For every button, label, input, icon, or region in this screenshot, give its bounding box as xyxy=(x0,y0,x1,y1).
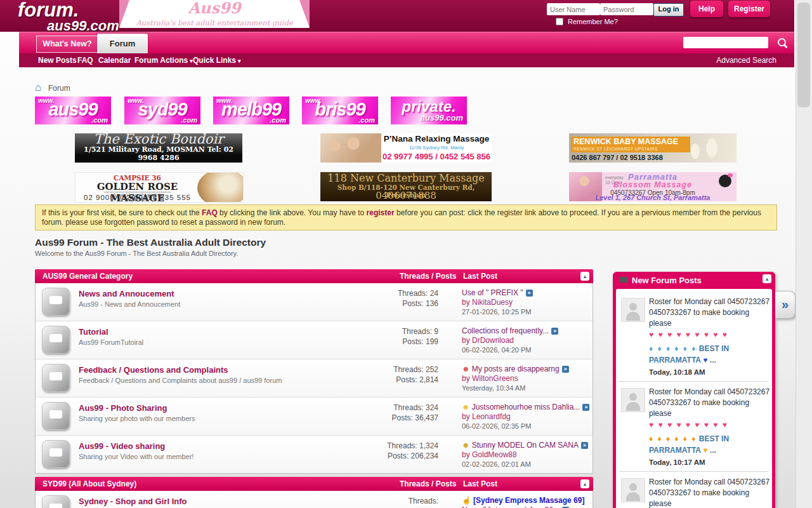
faq-link[interactable]: FAQ xyxy=(202,208,218,217)
forum-title-link[interactable]: Tutorial xyxy=(79,327,108,337)
hearts-emoji-row: ♥ ♥ ♥ ♥ ♥ ♥ ♥ ♥ ♥ xyxy=(649,330,728,339)
last-post-title-link[interactable]: Justsomehourhoe miss Dahlia... xyxy=(472,403,580,411)
search-button[interactable] xyxy=(771,34,793,51)
ad-photo xyxy=(320,133,381,163)
goto-last-post-icon[interactable]: » xyxy=(551,328,558,335)
last-post-title-link[interactable]: My posts are disappearng xyxy=(472,364,560,373)
thumbs-up-icon: ☝ xyxy=(462,496,471,505)
category-header[interactable]: SYD99 (All About Sydney) Threads / Posts… xyxy=(35,477,593,491)
username-field[interactable] xyxy=(547,3,600,15)
ad-exotic-boudoir[interactable]: The Exotic Boudoir 1/521 Military Road, … xyxy=(75,133,242,163)
last-post: ☻My posts are disappearng» by WiltonGree… xyxy=(462,364,590,393)
post-time: Today, 10:18 AM xyxy=(649,368,768,376)
last-post-title-link[interactable]: Use of " PREFIX " xyxy=(462,288,523,297)
speech-bubble-icon xyxy=(49,504,62,508)
banner-bris99[interactable]: www. bris99 .com xyxy=(302,97,378,124)
home-icon[interactable]: ⌂ xyxy=(35,81,41,94)
forum-icon xyxy=(42,495,70,508)
avatar[interactable] xyxy=(621,298,645,322)
speech-bubble-icon xyxy=(619,277,628,283)
nav-forum-actions[interactable]: Forum Actions▾ xyxy=(134,53,193,67)
collapse-icon[interactable]: ▴ xyxy=(580,272,589,281)
goto-last-post-icon[interactable]: » xyxy=(526,290,533,297)
breadcrumb[interactable]: Forum xyxy=(48,84,70,93)
nav-calendar[interactable]: Calendar xyxy=(98,53,131,67)
ad-title: 118 New Canterbury Massage xyxy=(320,172,492,184)
last-post-title-link[interactable]: Stunny MODEL On CAM SANA xyxy=(472,441,579,450)
ad-pnana-massage[interactable]: P’Nana Relaxing Massage 11/36 Sydney Rd.… xyxy=(320,133,492,163)
nav-bar: New Posts FAQ Calendar Forum Actions▾ Qu… xyxy=(19,53,794,67)
tile-sub: aus99.com xyxy=(421,113,463,123)
sidebar-expand-button[interactable]: » xyxy=(775,291,796,319)
nav-quick-links[interactable]: Quick Links▾ xyxy=(193,53,241,67)
ad-golden-rose-massage[interactable]: CAMPSIE 36 GOLDEN ROSE MASSAGE 36 NORTH … xyxy=(75,172,244,203)
last-post-author-link[interactable]: by NikitaDuesy xyxy=(462,298,590,307)
ad-address: RENWICK ST LEICHHARDT UPSTAIRS xyxy=(573,147,658,151)
last-post-title-link[interactable]: Nana (Vietnamese) Aug 26... xyxy=(462,505,560,508)
last-post-author-link[interactable]: by GoldMeow88 xyxy=(462,450,590,460)
scrollbar-thumb[interactable] xyxy=(797,3,810,107)
last-post-author-link[interactable]: by Leonardfdg xyxy=(462,412,590,422)
ad-address: 11/36 Sydney Rd. Manly xyxy=(381,145,492,150)
banner-private-aus99[interactable]: private. aus99.com xyxy=(391,97,467,124)
forum-title-link[interactable]: Sydney - Shop and Girl Info xyxy=(79,497,187,506)
forum-title-link[interactable]: News and Annoucement xyxy=(79,289,174,298)
avatar[interactable] xyxy=(621,388,645,412)
help-button[interactable]: Help xyxy=(690,1,723,17)
smiley-icon: ☻ xyxy=(462,403,470,411)
remember-me-checkbox[interactable] xyxy=(556,18,563,25)
header-banner-ad[interactable]: Aus99 Australia's best adult entertainme… xyxy=(119,0,310,28)
nav-new-posts[interactable]: New Posts xyxy=(38,53,77,67)
column-threads-posts: Threads / Posts xyxy=(400,269,456,283)
category-title[interactable]: AUS99 General Category xyxy=(43,269,133,283)
forum-icon xyxy=(42,440,70,468)
column-last-post: Last Post xyxy=(463,477,497,491)
tile-com: .com xyxy=(270,116,286,124)
category-header[interactable]: AUS99 General Category Threads / Posts L… xyxy=(35,269,593,283)
ad-118-new-canterbury-massage[interactable]: 118 New Canterbury Massage Shop B/118-12… xyxy=(320,172,492,201)
goto-last-post-icon[interactable]: » xyxy=(582,404,589,411)
advanced-search-link[interactable]: Advanced Search xyxy=(716,53,776,67)
last-post-author-link[interactable]: by DrDownload xyxy=(462,336,590,345)
post-title-link[interactable]: Roster for Monday call 0450723267 045073… xyxy=(649,477,771,508)
ad-label: RENWICK BABY MASSAGE RENWICK ST LEICHHAR… xyxy=(571,137,690,152)
last-post-title-link[interactable]: Collections of frequently... xyxy=(462,326,549,335)
banner-syd99[interactable]: www. syd99 .com xyxy=(124,97,200,124)
ad-renwick-baby-massage[interactable]: RENWICK BABY MASSAGE RENWICK ST LEICHHAR… xyxy=(569,133,737,163)
banner-aus99[interactable]: www. aus99 .com xyxy=(35,97,111,124)
last-post: Use of " PREFIX "» by NikitaDuesy 27-01-… xyxy=(462,288,590,317)
threads-posts: Threads: 9Posts: 199 xyxy=(340,326,438,347)
login-button[interactable]: Log in xyxy=(653,3,684,17)
last-post-title-link[interactable]: [Sydney Empress Massage 69] xyxy=(473,496,584,505)
register-link[interactable]: register xyxy=(367,208,395,217)
forum-title-link[interactable]: Aus99 - Video sharing xyxy=(79,441,165,451)
forum-title-link[interactable]: Aus99 - Photo Sharing xyxy=(79,403,167,413)
flames-emoji-row: ♦ ♦ ♦ ♦ ♦ ♦ xyxy=(649,434,697,443)
tile-com: .com xyxy=(358,116,375,124)
banner-melb99[interactable]: www. melb99 .com xyxy=(213,97,289,124)
post-title-link[interactable]: Roster for Monday call 0450723267 045073… xyxy=(649,297,771,366)
cool-smiley-icon: ☻ xyxy=(462,441,470,450)
tab-forum[interactable]: Forum xyxy=(97,34,148,53)
collapse-icon[interactable]: ▴ xyxy=(763,274,771,283)
threads-posts: Threads: 1,324Posts: 206,234 xyxy=(340,441,438,461)
forum-title-link[interactable]: Feedback / Questions and Complaints xyxy=(79,365,228,375)
collapse-icon[interactable]: ▴ xyxy=(580,479,589,488)
avatar[interactable] xyxy=(621,478,645,502)
goto-last-post-icon[interactable]: » xyxy=(562,366,569,373)
forum-row-news: News and Annoucement Aus99 - News and An… xyxy=(36,283,593,321)
category-title[interactable]: SYD99 (All About Sydney) xyxy=(43,477,136,491)
tab-whats-new[interactable]: What's New? xyxy=(36,36,98,53)
search-input[interactable] xyxy=(683,37,768,48)
chevron-down-icon: ▾ xyxy=(238,58,241,64)
password-field[interactable] xyxy=(600,3,653,15)
forum-icon xyxy=(42,364,70,392)
nav-faq[interactable]: FAQ xyxy=(77,53,93,67)
last-post-author-link[interactable]: by WiltonGreens xyxy=(462,374,590,384)
goto-last-post-icon[interactable]: » xyxy=(581,442,588,449)
ad-parramatta-blossom-massage[interactable]: everyday10 Girls Parramatta Blossom Mass… xyxy=(569,172,737,201)
heart-icon: ♥ xyxy=(703,356,707,364)
register-button[interactable]: Register xyxy=(728,1,770,17)
post-title-link[interactable]: Roster for Monday call 0450723267 045073… xyxy=(649,387,771,456)
forum-page: forum. aus99.com Aus99 Australia's best … xyxy=(0,0,812,508)
